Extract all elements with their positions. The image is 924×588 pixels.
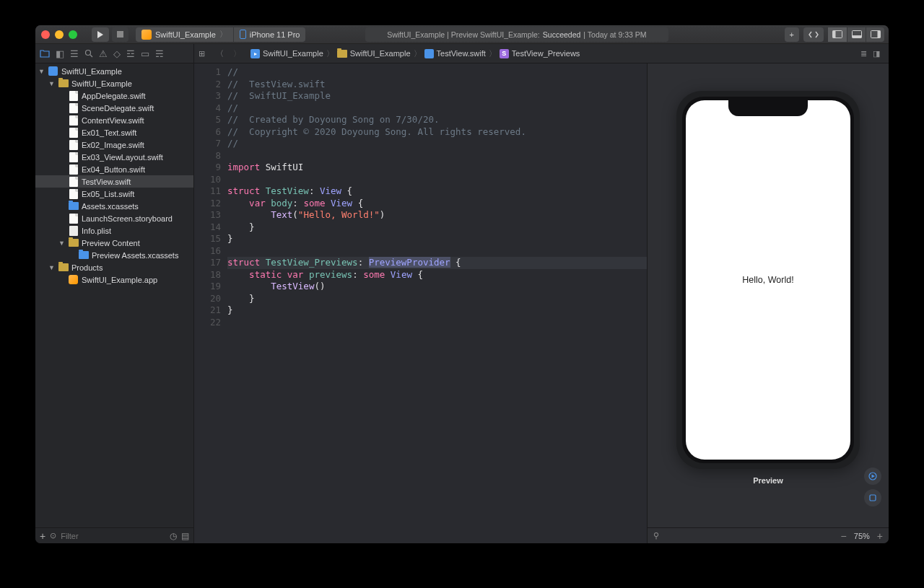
- device-notch: [728, 100, 808, 116]
- source-control-icon[interactable]: ◧: [56, 48, 64, 59]
- pin-preview-icon[interactable]: ⚲: [653, 531, 659, 540]
- navigator-row[interactable]: ▼Preview Content: [35, 237, 193, 249]
- toolbar: SwiftUI_Example 〉 iPhone 11 Pro SwiftUI_…: [35, 25, 889, 44]
- row-label: Ex05_List.swift: [82, 190, 134, 198]
- zoom-icon[interactable]: [69, 30, 77, 39]
- preview-label: Preview: [753, 476, 783, 485]
- navigator-row[interactable]: Preview Assets.xcassets: [35, 249, 193, 261]
- breakpoint-navigator-icon[interactable]: ▭: [141, 48, 149, 59]
- preview-screen[interactable]: Hello, World!: [686, 100, 850, 460]
- navigator-row[interactable]: LaunchScreen.storyboard: [35, 212, 193, 224]
- issue-navigator-icon[interactable]: ⚠: [99, 48, 108, 59]
- test-navigator-icon[interactable]: ◇: [113, 48, 121, 59]
- project-navigator-icon[interactable]: [40, 49, 50, 58]
- navigator-row[interactable]: ▼Products: [35, 261, 193, 273]
- svg-rect-2: [240, 30, 245, 39]
- navigator-row[interactable]: ▼SwiftUI_Example: [35, 77, 193, 89]
- svg-marker-0: [97, 31, 103, 38]
- svg-line-10: [90, 55, 92, 57]
- report-navigator-icon[interactable]: ☴: [155, 48, 164, 59]
- adjust-editor-icon[interactable]: ◨: [873, 49, 880, 58]
- activity-viewer[interactable]: SwiftUI_Example | Preview SwiftUI_Exampl…: [365, 27, 668, 42]
- scheme-device-label: iPhone 11 Pro: [250, 30, 300, 39]
- symbol-navigator-icon[interactable]: ☰: [70, 48, 79, 59]
- navigator-row[interactable]: Ex05_List.swift: [35, 188, 193, 200]
- row-label: SwiftUI_Example: [71, 79, 132, 88]
- file-icon: [69, 189, 78, 199]
- filter-input[interactable]: [61, 532, 165, 540]
- library-button[interactable]: +: [785, 27, 799, 42]
- zoom-level[interactable]: 75%: [854, 532, 870, 540]
- navigator-tree[interactable]: ▼SwiftUI_Example▼SwiftUI_ExampleAppDeleg…: [35, 63, 193, 527]
- folder-icon: [58, 79, 69, 87]
- minimize-icon[interactable]: [55, 30, 64, 39]
- zoom-in-button[interactable]: +: [877, 530, 883, 542]
- scm-filter-icon[interactable]: ▤: [181, 531, 189, 541]
- navigator-row[interactable]: TestView.swift: [35, 175, 193, 188]
- folder-icon: [79, 251, 89, 259]
- navigator-row[interactable]: Assets.xcassets: [35, 200, 193, 212]
- svg-point-9: [86, 51, 91, 56]
- preview-settings-button[interactable]: [864, 489, 881, 506]
- line-gutter: 12345678910111213141516171819202122: [194, 63, 227, 543]
- navigator-row[interactable]: Ex02_Image.swift: [35, 139, 193, 151]
- source-editor[interactable]: 12345678910111213141516171819202122 ////…: [194, 63, 648, 543]
- add-button[interactable]: +: [40, 530, 45, 542]
- minimap-icon[interactable]: ≣: [860, 49, 867, 58]
- related-items-icon[interactable]: ⊞: [199, 49, 213, 58]
- jump-file[interactable]: TestView.swift: [424, 49, 486, 58]
- scheme-target[interactable]: SwiftUI_Example 〉: [136, 27, 233, 42]
- row-label: Ex03_ViewLayout.swift: [82, 153, 163, 162]
- file-icon: [69, 115, 78, 126]
- navigator-row[interactable]: Ex04_Button.swift: [35, 163, 193, 175]
- file-icon: [69, 214, 78, 224]
- stop-button[interactable]: [112, 27, 128, 42]
- project-icon: ▸: [250, 49, 260, 58]
- file-icon: [69, 128, 78, 138]
- row-label: Preview Assets.xcassets: [92, 251, 178, 260]
- row-label: ContentView.swift: [82, 116, 144, 125]
- swift-file-icon: [48, 66, 58, 76]
- panel-toggles: [828, 27, 884, 42]
- row-label: Assets.xcassets: [82, 202, 139, 211]
- file-icon: [69, 164, 78, 175]
- back-button[interactable]: 〈: [216, 48, 230, 59]
- row-label: AppDelegate.swift: [82, 92, 146, 100]
- scheme-device[interactable]: iPhone 11 Pro: [233, 27, 306, 42]
- navigator-row[interactable]: ▼SwiftUI_Example: [35, 65, 193, 77]
- recent-filter-icon[interactable]: ◷: [170, 531, 177, 541]
- scheme-target-label: SwiftUI_Example: [155, 30, 216, 39]
- toggle-navigator-icon[interactable]: [828, 27, 847, 42]
- navigator-row[interactable]: SwiftUI_Example.app: [35, 273, 193, 286]
- file-icon: [69, 91, 78, 101]
- tab-bar: ◧ ☰ ⚠ ◇ ☲ ▭ ☴ ⊞ 〈 〉 ▸ SwiftUI_Example 〉 …: [35, 44, 889, 63]
- filter-icon: ⊙: [50, 531, 56, 540]
- navigator-row[interactable]: ContentView.swift: [35, 114, 193, 126]
- file-icon: [69, 152, 78, 162]
- folder-icon: [69, 202, 79, 210]
- jump-project[interactable]: ▸ SwiftUI_Example: [250, 49, 323, 58]
- live-preview-button[interactable]: [864, 468, 881, 485]
- find-navigator-icon[interactable]: [84, 49, 93, 58]
- jump-folder[interactable]: SwiftUI_Example: [337, 49, 411, 58]
- swift-file-icon: [424, 49, 434, 58]
- debug-navigator-icon[interactable]: ☲: [126, 48, 135, 59]
- toggle-inspector-icon[interactable]: [866, 27, 884, 42]
- code-review-button[interactable]: [803, 27, 824, 42]
- file-icon: [69, 177, 78, 187]
- forward-button[interactable]: 〉: [233, 48, 248, 59]
- navigator-row[interactable]: SceneDelegate.swift: [35, 102, 193, 114]
- run-button[interactable]: [92, 27, 109, 42]
- toggle-debug-icon[interactable]: [847, 27, 866, 42]
- navigator-row[interactable]: AppDelegate.swift: [35, 89, 193, 102]
- zoom-out-button[interactable]: −: [841, 530, 847, 542]
- jump-symbol[interactable]: S TestView_Previews: [500, 49, 580, 58]
- row-label: Ex02_Image.swift: [82, 141, 144, 149]
- code-area[interactable]: //// TestView.swift// SwiftUI_Example///…: [227, 63, 647, 543]
- app-icon: [141, 30, 152, 40]
- navigator-row[interactable]: Ex03_ViewLayout.swift: [35, 151, 193, 163]
- navigator-tabs: ◧ ☰ ⚠ ◇ ☲ ▭ ☴: [35, 44, 194, 63]
- navigator-row[interactable]: Ex01_Text.swift: [35, 126, 193, 139]
- navigator-row[interactable]: Info.plist: [35, 224, 193, 237]
- close-icon[interactable]: [41, 30, 50, 39]
